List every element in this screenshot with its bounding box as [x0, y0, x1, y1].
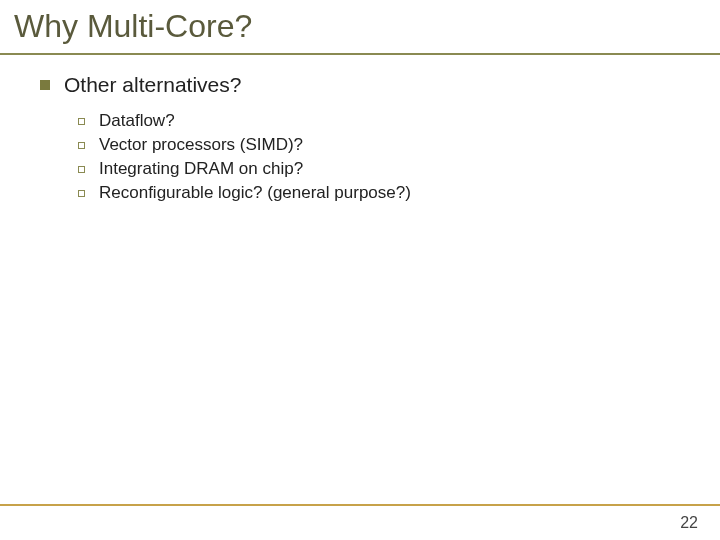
slide-title: Why Multi-Core?: [0, 0, 720, 49]
hollow-square-icon: [78, 190, 85, 197]
list-item-text: Integrating DRAM on chip?: [99, 159, 303, 179]
page-number: 22: [680, 514, 698, 532]
hollow-square-icon: [78, 166, 85, 173]
square-bullet-icon: [40, 80, 50, 90]
list-item: Vector processors (SIMD)?: [78, 135, 720, 155]
slide: Why Multi-Core? Other alternatives? Data…: [0, 0, 720, 540]
list-item: Dataflow?: [78, 111, 720, 131]
list-item: Reconfigurable logic? (general purpose?): [78, 183, 720, 203]
content-area: Other alternatives? Dataflow? Vector pro…: [0, 55, 720, 203]
list-item: Integrating DRAM on chip?: [78, 159, 720, 179]
list-item-text: Reconfigurable logic? (general purpose?): [99, 183, 411, 203]
bullet-level1: Other alternatives?: [40, 73, 720, 97]
hollow-square-icon: [78, 118, 85, 125]
hollow-square-icon: [78, 142, 85, 149]
list-item-text: Vector processors (SIMD)?: [99, 135, 303, 155]
list-item-text: Dataflow?: [99, 111, 175, 131]
section-heading: Other alternatives?: [64, 73, 241, 97]
sub-bullet-list: Dataflow? Vector processors (SIMD)? Inte…: [40, 111, 720, 203]
footer-divider: [0, 504, 720, 506]
